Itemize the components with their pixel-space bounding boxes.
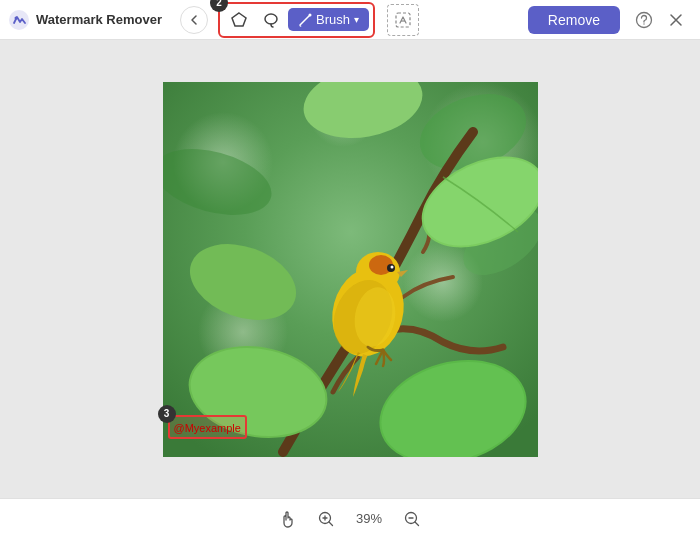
zoom-in-button[interactable] xyxy=(313,506,339,532)
svg-point-7 xyxy=(643,23,644,24)
image-container: 3 @Myexample xyxy=(163,82,538,457)
title-bar: Watermark Remover 2 xyxy=(0,0,700,40)
step-badge-3: 3 xyxy=(158,405,176,423)
bird-scene xyxy=(163,82,538,457)
hand-tool-button[interactable] xyxy=(275,506,301,532)
lasso-tool-button[interactable] xyxy=(256,6,286,34)
app-logo-icon xyxy=(8,9,30,31)
svg-rect-5 xyxy=(396,13,410,27)
svg-point-6 xyxy=(637,12,652,27)
canvas-area: 3 @Myexample xyxy=(0,40,700,498)
brush-label: Brush xyxy=(316,12,350,27)
remove-button[interactable]: Remove xyxy=(528,6,620,34)
app-title: Watermark Remover xyxy=(36,12,162,27)
svg-point-1 xyxy=(15,16,18,19)
svg-marker-2 xyxy=(232,13,246,26)
nav-back-button[interactable] xyxy=(180,6,208,34)
brush-chevron-icon: ▾ xyxy=(354,14,359,25)
erase-area-button[interactable] xyxy=(387,4,419,36)
watermark-selection: 3 @Myexample xyxy=(168,415,247,439)
svg-point-3 xyxy=(265,14,277,24)
zoom-level-display: 39% xyxy=(351,511,387,526)
zoom-out-button[interactable] xyxy=(399,506,425,532)
brush-tool-button[interactable]: Brush ▾ xyxy=(288,8,369,31)
tool-group: 2 Brush ▾ xyxy=(218,2,375,38)
help-button[interactable] xyxy=(630,6,658,34)
svg-point-30 xyxy=(390,265,393,268)
svg-point-4 xyxy=(308,13,311,16)
watermark-label: @Myexample xyxy=(174,422,241,434)
close-button[interactable] xyxy=(662,6,690,34)
bottom-toolbar: 39% xyxy=(0,498,700,538)
app-logo: Watermark Remover xyxy=(8,9,162,31)
polygon-tool-button[interactable] xyxy=(224,6,254,34)
